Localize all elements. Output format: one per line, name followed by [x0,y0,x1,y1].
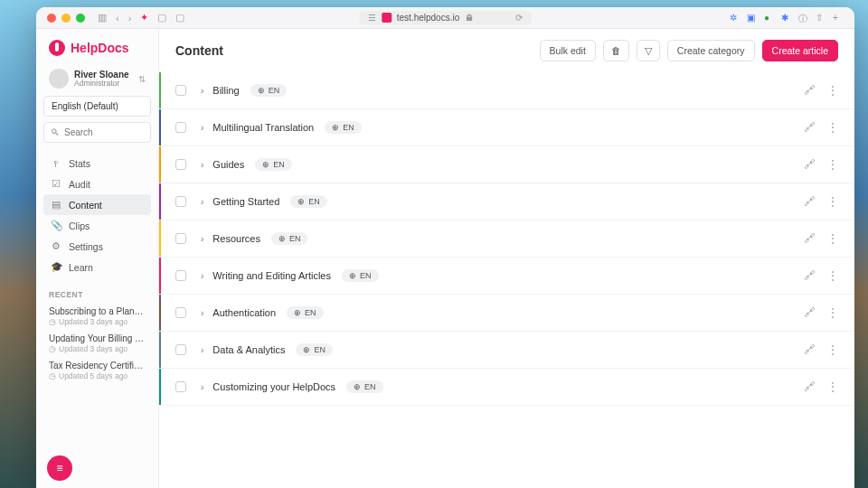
chevron-right-icon[interactable]: › [201,123,203,133]
link-icon[interactable]: 🔗︎ [804,269,815,282]
chevron-right-icon[interactable]: › [201,197,203,207]
sidebar-item-clips[interactable]: 📎Clips [43,215,151,236]
lock-icon: 🔒︎ [465,13,474,23]
more-icon[interactable]: ⋮ [827,306,838,319]
link-icon[interactable]: 🔗︎ [804,306,815,319]
more-icon[interactable]: ⋮ [827,84,838,97]
new-tab-icon[interactable]: + [833,13,844,23]
link-icon[interactable]: 🔗︎ [804,343,815,356]
minimize-window-icon[interactable] [61,14,71,23]
forward-icon[interactable]: › [128,13,132,23]
create-article-button[interactable]: Create article [762,40,838,61]
more-icon[interactable]: ⋮ [827,158,838,171]
reader-icon[interactable]: ☰ [368,13,376,23]
brand-logo[interactable]: HelpDocs [43,36,151,65]
category-row[interactable]: ›Billing⊕EN🔗︎⋮ [159,72,854,109]
sidebar-item-learn[interactable]: 🎓Learn [43,257,151,277]
category-row[interactable]: ›Customizing your HelpDocs⊕EN🔗︎⋮ [159,369,854,406]
chevron-right-icon[interactable]: › [201,382,203,392]
row-checkbox[interactable] [175,196,186,207]
row-checkbox[interactable] [175,122,186,133]
category-row[interactable]: ›Writing and Editing Articles⊕EN🔗︎⋮ [159,258,854,295]
close-window-icon[interactable] [47,14,56,23]
link-icon[interactable]: 🔗︎ [804,232,815,245]
category-row[interactable]: ›Getting Started⊕EN🔗︎⋮ [159,183,854,221]
app-main: HelpDocs River Sloane Administrator ⇅ En… [36,29,854,488]
more-icon[interactable]: ⋮ [827,343,838,356]
back-icon[interactable]: ‹ [116,13,119,23]
search-box[interactable]: 🔍︎ [43,122,151,143]
recent-item[interactable]: Updating Your Billing Informa…◷Updated 3… [43,330,151,357]
link-icon[interactable]: 🔗︎ [804,121,815,134]
chevron-right-icon[interactable]: › [201,234,203,244]
nav-label: Audit [69,179,90,190]
category-row[interactable]: ›Resources⊕EN🔗︎⋮ [159,221,854,258]
chevron-right-icon[interactable]: › [201,86,203,96]
address-bar[interactable]: ☰ test.helpdocs.io 🔒︎ ⟳ [359,11,533,24]
row-checkbox[interactable] [175,270,186,281]
link-icon[interactable]: 🔗︎ [804,380,815,393]
sidebar-item-stats[interactable]: ⫯Stats [43,154,151,174]
category-title: Customizing your HelpDocs [212,381,335,392]
link-icon[interactable]: 🔗︎ [804,158,815,171]
maximize-window-icon[interactable] [76,14,85,23]
refresh-icon[interactable]: ⟳ [515,13,523,23]
search-input[interactable] [64,127,144,137]
recent-item[interactable]: Subscribing to a Plan for the …◷Updated … [43,303,151,330]
logo-mark-icon [49,40,65,56]
create-category-button[interactable]: Create category [667,40,755,61]
avatar [49,69,69,89]
share-icon[interactable]: ⇧ [816,13,826,23]
link-icon[interactable]: 🔗︎ [804,84,815,97]
category-title: Getting Started [212,196,279,207]
row-checkbox[interactable] [175,381,186,392]
app-window: ▥ ‹ › ✦ ▢ ▢ ☰ test.helpdocs.io 🔒︎ ⟳ ✲ ▣ … [36,7,854,488]
ext-icon[interactable]: ⓘ [798,13,809,23]
category-row[interactable]: ›Guides⊕EN🔗︎⋮ [159,146,854,183]
row-checkbox[interactable] [175,233,186,244]
globe-icon: ⊕ [294,308,301,317]
row-checkbox[interactable] [175,344,186,355]
chevron-right-icon[interactable]: › [201,308,203,318]
tab-icon[interactable]: ▢ [157,12,166,23]
category-row[interactable]: ›Authentication⊕EN🔗︎⋮ [159,295,854,332]
globe-icon: ⊕ [303,345,310,354]
language-badge: ⊕EN [296,343,333,356]
window-controls[interactable] [47,14,85,23]
help-fab[interactable]: ≡ [47,455,72,481]
ext-icon[interactable]: ▣ [747,13,758,23]
more-icon[interactable]: ⋮ [827,232,838,245]
link-icon[interactable]: 🔗︎ [804,195,815,208]
row-checkbox[interactable] [175,159,186,170]
row-checkbox[interactable] [175,307,186,318]
more-icon[interactable]: ⋮ [827,269,838,282]
category-row[interactable]: ›Data & Analytics⊕EN🔗︎⋮ [159,332,854,369]
category-title: Writing and Editing Articles [212,270,331,281]
filter-button[interactable]: ▽ [637,40,660,61]
sidebar-item-content[interactable]: ▤Content [43,194,151,215]
clock-icon: ◷ [49,317,56,326]
tab-icon[interactable]: ▢ [175,12,184,23]
globe-icon: ⊕ [258,86,265,95]
chevron-right-icon[interactable]: › [201,271,203,281]
ext-icon[interactable]: ✲ [730,13,741,23]
bulk-edit-button[interactable]: Bulk edit [540,40,596,61]
more-icon[interactable]: ⋮ [827,121,838,134]
ext-icon[interactable]: ✱ [781,13,792,23]
sidebar-item-settings[interactable]: ⚙Settings [43,236,151,257]
chevron-right-icon[interactable]: › [201,345,203,355]
sidebar-toggle-icon[interactable]: ▥ [98,12,107,23]
chevron-right-icon[interactable]: › [201,160,203,170]
row-checkbox[interactable] [175,85,186,96]
language-badge: ⊕EN [290,195,327,208]
ext-icon[interactable]: ● [764,13,775,23]
user-switcher[interactable]: River Sloane Administrator ⇅ [43,65,151,96]
recent-item[interactable]: Tax Residency Certificates a…◷Updated 5 … [43,357,151,384]
language-selector[interactable]: English (Default) [43,96,151,117]
bookmark-icon[interactable]: ✦ [140,12,148,23]
delete-button[interactable]: 🗑 [603,40,629,61]
sidebar-item-audit[interactable]: ☑Audit [43,174,151,194]
more-icon[interactable]: ⋮ [827,380,838,393]
more-icon[interactable]: ⋮ [827,195,838,208]
category-row[interactable]: ›Multilingual Translation⊕EN🔗︎⋮ [159,109,854,146]
